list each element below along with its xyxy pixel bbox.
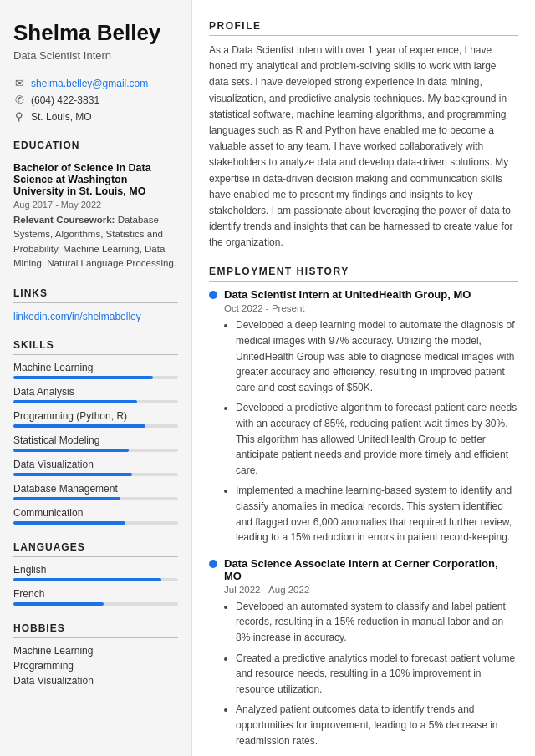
employment-section-title: EMPLOYMENT HISTORY xyxy=(209,266,518,282)
skills-list: Machine Learning Data Analysis Programmi… xyxy=(13,362,178,525)
hobby-item: Programming xyxy=(13,660,178,672)
phone-icon: ✆ xyxy=(13,94,25,106)
job-bullet: Analyzed patient outcomes data to identi… xyxy=(236,702,518,748)
job-bullet: Developed an automated system to classif… xyxy=(236,599,518,646)
skill-label: Communication xyxy=(13,507,178,519)
job-bullet: Developed a predictive algorithm to fore… xyxy=(236,400,518,478)
contact-phone: ✆ (604) 422-3831 xyxy=(13,94,178,106)
linkedin-link-item: linkedin.com/in/shelmabelley xyxy=(13,310,178,322)
skill-bar-bg xyxy=(13,497,178,500)
hobbies-list: Machine LearningProgrammingData Visualiz… xyxy=(13,645,178,687)
skill-bar-bg xyxy=(13,400,178,403)
skill-bar-bg xyxy=(13,473,178,476)
hobby-item: Machine Learning xyxy=(13,645,178,657)
skill-bar-fill xyxy=(13,449,129,452)
contact-location: ⚲ St. Louis, MO xyxy=(13,110,178,123)
employment-list: Data Scientist Intern at UnitedHealth Gr… xyxy=(209,288,518,748)
email-icon: ✉ xyxy=(13,77,25,89)
skill-bar-fill xyxy=(13,521,125,525)
skill-bar-bg xyxy=(13,449,178,452)
skill-label: Database Management xyxy=(13,483,178,495)
language-item: French xyxy=(13,588,178,606)
skill-item: Statistical Modeling xyxy=(13,434,178,452)
language-label: French xyxy=(13,588,178,600)
education-degree: Bachelor of Science in Data Science at W… xyxy=(13,162,178,197)
language-label: English xyxy=(13,564,178,576)
job-dot xyxy=(209,560,217,568)
linkedin-link[interactable]: linkedin.com/in/shelmabelley xyxy=(13,311,141,322)
skill-item: Database Management xyxy=(13,483,178,500)
skills-section-title: SKILLS xyxy=(13,339,178,355)
education-coursework: Relevant Coursework: Database Systems, A… xyxy=(13,213,178,271)
skill-bar-fill xyxy=(13,376,153,379)
contact-email: ✉ shelma.belley@gmail.com xyxy=(13,77,178,89)
main-content: PROFILE As a Data Scientist Intern with … xyxy=(192,0,535,756)
skill-item: Machine Learning xyxy=(13,362,178,379)
skill-item: Programming (Python, R) xyxy=(13,410,178,428)
skill-label: Statistical Modeling xyxy=(13,434,178,446)
language-bar-fill xyxy=(13,578,161,581)
candidate-title: Data Scientist Intern xyxy=(13,49,178,62)
skill-bar-bg xyxy=(13,376,178,379)
job-entry: Data Science Associate Intern at Cerner … xyxy=(209,557,518,748)
education-section-title: EDUCATION xyxy=(13,140,178,155)
skill-label: Data Visualization xyxy=(13,459,178,470)
profile-text: As a Data Scientist Intern with over 1 y… xyxy=(209,43,518,251)
sidebar: Shelma Belley Data Scientist Intern ✉ sh… xyxy=(0,0,192,756)
language-bar-bg xyxy=(13,578,178,581)
skill-bar-fill xyxy=(13,497,120,500)
coursework-label: Relevant Coursework: xyxy=(13,215,118,225)
language-bar-bg xyxy=(13,602,178,606)
skill-bar-fill xyxy=(13,424,145,428)
job-title: Data Scientist Intern at UnitedHealth Gr… xyxy=(224,288,471,301)
job-bullet: Created a predictive analytics model to … xyxy=(236,651,518,698)
location-icon: ⚲ xyxy=(13,110,25,123)
skill-item: Data Analysis xyxy=(13,386,178,403)
job-bullet: Implemented a machine learning-based sys… xyxy=(236,483,518,545)
job-date: Oct 2022 - Present xyxy=(224,303,518,313)
candidate-name: Shelma Belley xyxy=(13,20,178,46)
education-date: Aug 2017 - May 2022 xyxy=(13,200,178,210)
hobby-item: Data Visualization xyxy=(13,675,178,687)
skill-item: Communication xyxy=(13,507,178,525)
job-date: Jul 2022 - Aug 2022 xyxy=(224,585,518,595)
hobbies-section-title: HOBBIES xyxy=(13,622,178,638)
skill-item: Data Visualization xyxy=(13,459,178,476)
job-dot xyxy=(209,291,217,299)
job-bullets: Developed an automated system to classif… xyxy=(224,599,518,748)
email-link[interactable]: shelma.belley@gmail.com xyxy=(31,78,148,89)
languages-section-title: LANGUAGES xyxy=(13,541,178,557)
skill-label: Data Analysis xyxy=(13,386,178,398)
job-bullets: Developed a deep learning model to autom… xyxy=(224,317,518,545)
skill-bar-bg xyxy=(13,521,178,525)
job-bullet: Developed a deep learning model to autom… xyxy=(236,317,518,395)
skill-bar-bg xyxy=(13,424,178,428)
job-title: Data Science Associate Intern at Cerner … xyxy=(224,557,518,582)
resume-container: Shelma Belley Data Scientist Intern ✉ sh… xyxy=(0,0,535,756)
language-bar-fill xyxy=(13,602,104,606)
skill-bar-fill xyxy=(13,473,132,476)
skill-label: Machine Learning xyxy=(13,362,178,373)
profile-section-title: PROFILE xyxy=(209,20,518,36)
language-item: English xyxy=(13,564,178,581)
job-entry: Data Scientist Intern at UnitedHealth Gr… xyxy=(209,288,518,545)
links-section-title: LINKS xyxy=(13,287,178,303)
job-header: Data Science Associate Intern at Cerner … xyxy=(209,557,518,582)
job-header: Data Scientist Intern at UnitedHealth Gr… xyxy=(209,288,518,301)
skill-bar-fill xyxy=(13,400,137,403)
languages-list: English French xyxy=(13,564,178,606)
skill-label: Programming (Python, R) xyxy=(13,410,178,422)
